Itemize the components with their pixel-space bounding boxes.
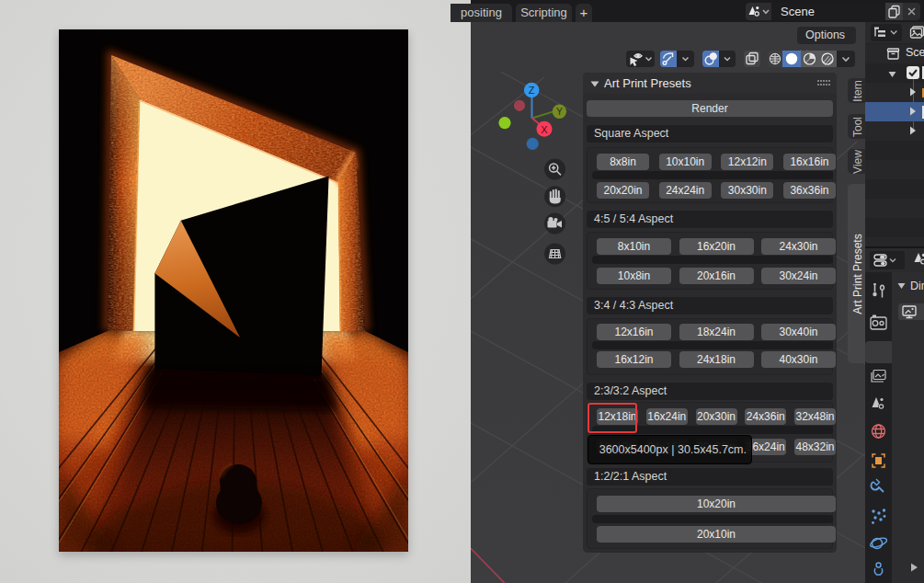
svg-text:Y: Y <box>556 106 563 117</box>
svg-text:Z: Z <box>529 85 535 96</box>
svg-text:X: X <box>541 124 548 135</box>
